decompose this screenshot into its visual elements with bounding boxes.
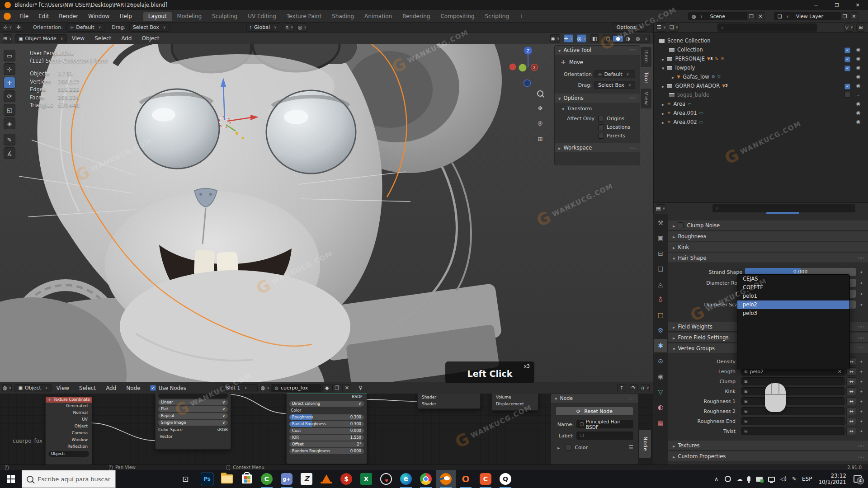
visibility-eye-icon[interactable] (856, 73, 861, 80)
outliner-display-mode-icon[interactable]: ☰ (656, 23, 666, 32)
unlink-scene-icon[interactable]: ✕ (756, 12, 765, 20)
snap-magnet-icon[interactable]: ∩ (641, 384, 650, 392)
transform-orientation-dropdown[interactable]: ⤒Global (246, 23, 280, 32)
offset-slider[interactable]: Offset2° (289, 441, 364, 447)
scale-tool-icon[interactable]: ◱ (4, 104, 15, 116)
collection-checkbox[interactable] (844, 84, 850, 89)
taskbar-search-input[interactable]: Escribe aquí para buscar (22, 470, 116, 488)
maximize-button[interactable]: ❐ (826, 0, 847, 10)
interpolation-dropdown[interactable]: Linear∨ (158, 399, 228, 405)
shader-canvas[interactable]: cuerpo_fox Texture Coordinate Generated … (0, 394, 653, 465)
pan-hand-icon[interactable]: ✥ (535, 103, 545, 113)
view-layer-selector[interactable]: ❏ View Layer ❐ ✕ (774, 12, 864, 21)
tab-tool[interactable]: ⚒ (654, 216, 667, 230)
outliner-row-area-001[interactable]: ☀Area.001▭ (654, 108, 868, 117)
workspace-tab-sculpting[interactable]: Sculpting (207, 12, 242, 21)
tab-scene[interactable]: ◬ (654, 277, 667, 291)
extension-dropdown[interactable]: Repeat∨ (158, 413, 228, 419)
outliner-row-area-002[interactable]: ☀Area.002▭ (654, 117, 868, 127)
coat-slider[interactable]: Coat0.000 (289, 428, 364, 434)
options-panel-header[interactable]: Options (555, 94, 640, 103)
outliner-search-input[interactable]: ⌕ (717, 23, 817, 32)
tray-microphone-icon[interactable] (747, 476, 750, 482)
taskbar-origin-icon[interactable]: O (456, 470, 476, 488)
tab-particles[interactable]: ✱ (654, 339, 667, 352)
drag-dropdown[interactable]: Select Box (129, 23, 170, 32)
tray-network-icon[interactable] (768, 477, 775, 482)
collection-checkbox[interactable] (844, 92, 850, 98)
workspace-tab-scripting[interactable]: Scripting (480, 12, 514, 21)
menu-edit[interactable]: Edit (33, 13, 54, 19)
proportional-editing-icon[interactable]: ◎ (297, 23, 307, 32)
node-texture-coordinate[interactable]: Texture Coordinate Generated Normal UV O… (45, 396, 92, 465)
shader-menu-select[interactable]: Select (74, 385, 101, 391)
camera-view-icon[interactable]: ✇ (535, 118, 545, 128)
coloring-dropdown[interactable]: Direct coloring∨ (289, 401, 364, 407)
tab-output[interactable]: ⊟ (654, 247, 667, 260)
viewport-menu-object[interactable]: Object (137, 35, 164, 42)
copy-material-icon[interactable]: ❐ (332, 384, 341, 392)
visibility-eye-icon[interactable] (856, 109, 861, 116)
properties-editor-type-icon[interactable]: ▤ (656, 204, 665, 212)
panel-hair-shape[interactable]: Hair Shape (668, 253, 868, 263)
workspace-tab-compositing[interactable]: Compositing (435, 12, 479, 21)
outliner-row-area[interactable]: ☀Area▭ (654, 99, 868, 108)
tab-view-layer[interactable]: ❏ (654, 262, 667, 276)
tray-obs-icon[interactable] (725, 476, 731, 482)
outliner-row-personaje[interactable]: PERSONAJE▼3↻✇ (654, 54, 868, 63)
workspace-tab-uv-editing[interactable]: UV Editing (243, 12, 281, 21)
add-workspace-button[interactable]: + (514, 12, 529, 21)
taskbar-dollar-app-icon[interactable]: $ (336, 470, 356, 488)
list-icon[interactable]: ☰ (628, 444, 633, 450)
outliner-row-scene-collection[interactable]: Scene Collection (654, 36, 868, 45)
use-nodes-checkbox[interactable] (150, 385, 156, 391)
viewport-menu-view[interactable]: View (67, 35, 90, 42)
browse-material-icon[interactable]: ◍ (260, 384, 270, 392)
menu-render[interactable]: Render (54, 13, 83, 19)
properties-search-input[interactable]: ⌕ (712, 204, 855, 212)
new-collection-icon[interactable]: ⊞ (856, 23, 865, 32)
image-name-field[interactable] (158, 394, 228, 399)
remove-view-layer-icon[interactable]: ✕ (849, 12, 859, 20)
roughness1-field[interactable]: ⊞ (741, 397, 844, 405)
snap-target-icon[interactable]: ↷ (629, 384, 638, 392)
select-box-tool-icon[interactable]: ▭ (4, 50, 15, 61)
visibility-eye-icon[interactable] (856, 100, 861, 107)
dropdown-item-cejas[interactable]: CEJAS (737, 275, 849, 283)
editor-type-icon[interactable]: ◍ (2, 384, 12, 392)
outliner-row-gorro-aviador[interactable]: GORRO AVIADOR▼2 (654, 81, 868, 90)
tab-render[interactable]: ▣ (654, 231, 667, 245)
taskbar-store-icon[interactable] (237, 470, 257, 488)
pin-icon[interactable]: ⚲ (356, 384, 365, 392)
menu-file[interactable]: File (14, 13, 33, 19)
clump-field[interactable]: ⊞ (741, 377, 844, 385)
tray-chevron-icon[interactable]: ∧ (714, 476, 718, 482)
visibility-eye-icon[interactable] (856, 46, 861, 52)
move-tool-icon[interactable]: ✛ (4, 77, 15, 89)
invert-roughness1-icon[interactable]: ↔ (846, 397, 856, 405)
sidebar-tab-tool[interactable]: Tool (641, 68, 651, 88)
taskbar-excel-icon[interactable]: X (356, 470, 376, 488)
workspace-tab-layout[interactable]: Layout (143, 12, 172, 21)
taskbar-camtasia-icon[interactable]: C (257, 470, 277, 488)
mode-dropdown[interactable]: ▣Object Mode (15, 34, 67, 42)
outliner-row-gafas-low[interactable]: ▼Gafas_low⚙▽ (654, 72, 868, 81)
radial-roughness-slider[interactable]: Radial Roughness0.300 (289, 421, 364, 427)
panel-textures[interactable]: Textures (668, 441, 868, 450)
node-image-texture[interactable]: Linear∨ Flat∨ Repeat∨ Single Image∨ Colo… (155, 394, 231, 450)
toggle-xray-icon[interactable]: ◧ (590, 34, 599, 42)
tray-clock[interactable]: 23:1210/1/2021 (818, 473, 846, 485)
annotate-tool-icon[interactable]: ✎ (4, 134, 15, 145)
clump-noise-checkbox[interactable] (678, 222, 684, 228)
task-view-button[interactable]: ⊡ (175, 470, 195, 488)
taskbar-vlc-icon[interactable] (316, 470, 336, 488)
shading-material-icon[interactable]: ◑ (623, 36, 633, 42)
ortho-grid-icon[interactable]: ⊞ (535, 134, 545, 144)
tray-notifications-icon[interactable]: 4 (854, 475, 862, 483)
roughness-end-field[interactable]: ⊞ (741, 417, 844, 425)
unlink-material-icon[interactable]: ✕ (342, 384, 351, 392)
visibility-eye-icon[interactable] (856, 55, 861, 61)
tray-onedrive-icon[interactable]: ☁ (736, 475, 743, 483)
minimize-button[interactable]: ─ (806, 0, 826, 10)
cursor-tool-icon[interactable]: ⊹ (4, 63, 15, 75)
